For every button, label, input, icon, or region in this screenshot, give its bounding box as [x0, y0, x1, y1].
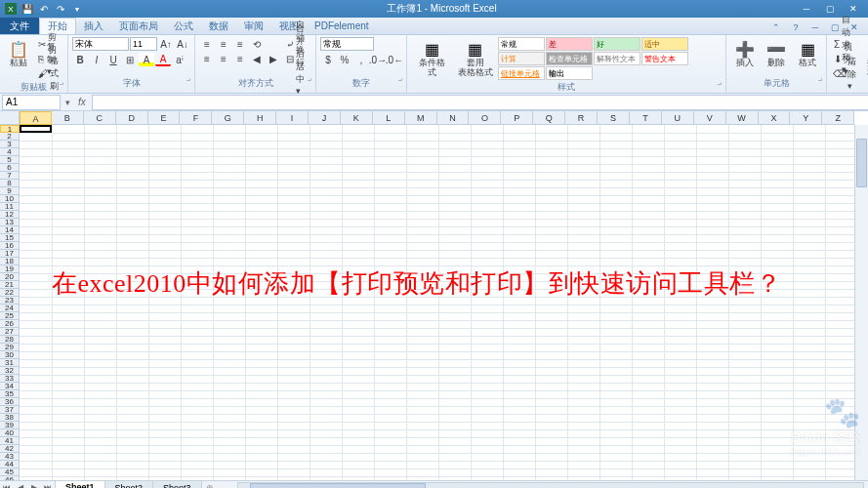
format-painter-button[interactable]: 🖌格式刷: [35, 66, 63, 80]
sheet-next-icon[interactable]: ▶: [27, 481, 41, 488]
new-sheet-icon[interactable]: ⊕: [202, 483, 218, 489]
style-item[interactable]: 差: [546, 37, 593, 51]
column-header[interactable]: E: [148, 111, 181, 125]
underline-icon[interactable]: U: [105, 53, 121, 66]
align-left-icon[interactable]: ≡: [199, 52, 215, 65]
scroll-thumb[interactable]: [250, 483, 426, 489]
column-header[interactable]: P: [501, 111, 533, 125]
column-header[interactable]: S: [598, 111, 630, 125]
border-icon[interactable]: ⊞: [122, 53, 138, 66]
conditional-format-button[interactable]: ▦ 条件格式: [411, 37, 452, 80]
comma-icon[interactable]: ,: [353, 53, 369, 66]
minimize-button[interactable]: ─: [796, 2, 817, 16]
style-item[interactable]: 链接单元格: [498, 66, 545, 80]
italic-icon[interactable]: I: [89, 53, 104, 66]
font-size-select[interactable]: [130, 37, 157, 51]
style-item[interactable]: 计算: [498, 52, 545, 65]
column-header[interactable]: C: [84, 111, 116, 125]
column-header[interactable]: W: [726, 111, 759, 125]
column-header[interactable]: R: [565, 111, 598, 125]
sheet-first-icon[interactable]: ⏮: [0, 481, 14, 488]
sheet-tab-2[interactable]: Sheet2: [105, 481, 154, 488]
doc-minimize-icon[interactable]: ─: [807, 20, 823, 34]
column-header[interactable]: Y: [790, 111, 822, 125]
orientation-icon[interactable]: ⟲: [249, 37, 265, 51]
column-header[interactable]: H: [244, 111, 276, 125]
redo-icon[interactable]: ↷: [54, 2, 67, 16]
increase-indent-icon[interactable]: ▶: [266, 52, 281, 65]
tab-page-layout[interactable]: 页面布局: [111, 18, 166, 34]
tab-pdfelement[interactable]: PDFelement: [307, 18, 377, 34]
align-bottom-icon[interactable]: ≡: [232, 37, 248, 51]
table-format-button[interactable]: ▦ 套用 表格格式: [454, 37, 495, 80]
column-header[interactable]: A: [20, 111, 52, 125]
paste-button[interactable]: 📋 粘贴: [4, 37, 33, 70]
vertical-scrollbar[interactable]: [854, 125, 868, 480]
column-header[interactable]: J: [309, 111, 341, 125]
increase-font-icon[interactable]: A↑: [158, 37, 174, 51]
column-header[interactable]: K: [341, 111, 373, 125]
qat-dropdown-icon[interactable]: ▼: [70, 2, 84, 16]
formula-input[interactable]: [92, 95, 868, 110]
column-header[interactable]: I: [276, 111, 309, 125]
style-item[interactable]: 警告文本: [641, 52, 688, 65]
style-item[interactable]: 好: [594, 37, 641, 51]
horizontal-scrollbar[interactable]: [237, 482, 864, 489]
column-header[interactable]: U: [662, 111, 694, 125]
column-header[interactable]: T: [630, 111, 662, 125]
cells-area[interactable]: 在excel2010中如何添加【打印预览和打印】到快速访问工具栏？: [20, 125, 854, 480]
maximize-button[interactable]: ▢: [819, 2, 841, 16]
style-item[interactable]: 输出: [546, 66, 593, 80]
name-box-dropdown-icon[interactable]: ▾: [62, 98, 72, 107]
delete-cells-button[interactable]: ➖ 删除: [762, 37, 791, 70]
style-item[interactable]: 检查单元格: [546, 52, 593, 65]
tab-formulas[interactable]: 公式: [166, 18, 201, 34]
percent-icon[interactable]: %: [337, 53, 352, 66]
align-middle-icon[interactable]: ≡: [216, 37, 231, 51]
cell-style-gallery[interactable]: 常规差好适中计算检查单元格解释性文本警告文本链接单元格输出: [498, 37, 722, 80]
format-cells-button[interactable]: ▦ 格式: [793, 37, 822, 70]
number-format-select[interactable]: [320, 37, 374, 51]
align-center-icon[interactable]: ≡: [216, 52, 231, 65]
column-header[interactable]: G: [212, 111, 244, 125]
increase-decimal-icon[interactable]: .0→: [370, 53, 386, 66]
column-header[interactable]: M: [405, 111, 437, 125]
file-tab[interactable]: 文件: [0, 18, 39, 34]
align-right-icon[interactable]: ≡: [232, 52, 248, 65]
save-icon[interactable]: 💾: [21, 2, 34, 16]
style-item[interactable]: 解释性文本: [594, 52, 641, 65]
undo-icon[interactable]: ↶: [37, 2, 51, 16]
minimize-ribbon-icon[interactable]: ⌃: [768, 20, 784, 34]
decrease-font-icon[interactable]: A↓: [175, 37, 190, 51]
excel-icon[interactable]: X: [4, 2, 18, 16]
style-item[interactable]: 适中: [641, 37, 688, 51]
tab-insert[interactable]: 插入: [76, 18, 111, 34]
tab-data[interactable]: 数据: [201, 18, 236, 34]
column-header[interactable]: N: [437, 111, 470, 125]
active-cell[interactable]: [20, 125, 52, 133]
column-header[interactable]: L: [373, 111, 405, 125]
fill-color-icon[interactable]: A: [139, 53, 154, 66]
tab-review[interactable]: 审阅: [236, 18, 271, 34]
align-top-icon[interactable]: ≡: [199, 37, 215, 51]
insert-cells-button[interactable]: ➕ 插入: [730, 37, 760, 70]
sort-filter-button[interactable]: ⇅ 排序和筛选: [861, 37, 868, 90]
row-header[interactable]: 46: [0, 476, 20, 480]
help-icon[interactable]: ?: [788, 20, 804, 34]
bold-icon[interactable]: B: [72, 53, 88, 66]
column-header[interactable]: Z: [822, 111, 854, 125]
select-all-corner[interactable]: [0, 111, 20, 125]
sheet-tab-3[interactable]: Sheet3: [153, 481, 202, 488]
sheet-prev-icon[interactable]: ◀: [14, 481, 27, 488]
column-header[interactable]: F: [180, 111, 212, 125]
spreadsheet-grid[interactable]: ABCDEFGHIJKLMNOPQRSTUVWXYZ 1234567891011…: [0, 111, 868, 480]
doc-restore-icon[interactable]: ▢: [827, 20, 843, 34]
fx-button[interactable]: fx: [72, 97, 92, 107]
style-item[interactable]: 常规: [498, 37, 545, 51]
phonetic-icon[interactable]: aⁱ: [172, 53, 187, 66]
sheet-tab-1[interactable]: Sheet1: [56, 481, 105, 488]
decrease-decimal-icon[interactable]: .0←: [387, 53, 402, 66]
name-box[interactable]: A1: [2, 95, 61, 110]
column-header[interactable]: B: [52, 111, 84, 125]
font-name-select[interactable]: [72, 37, 129, 51]
